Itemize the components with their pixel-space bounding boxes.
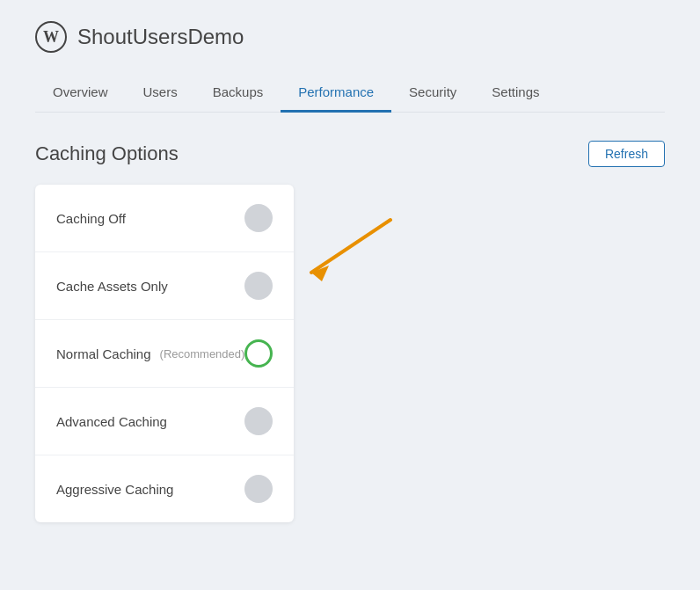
toggle-aggressive-caching[interactable]: [244, 475, 273, 503]
wordpress-logo: W: [35, 21, 67, 53]
options-area: Caching Off Cache Assets Only Normal Cac…: [35, 185, 294, 522]
option-row-aggressive-caching: Aggressive Caching: [35, 455, 294, 522]
tab-backups[interactable]: Backups: [195, 74, 281, 113]
option-row-advanced-caching: Advanced Caching: [35, 388, 294, 455]
toggle-advanced-caching[interactable]: [244, 407, 273, 435]
tab-security[interactable]: Security: [391, 74, 474, 113]
tab-settings[interactable]: Settings: [474, 74, 557, 113]
toggle-cache-assets[interactable]: [244, 272, 273, 300]
option-label-cache-assets: Cache Assets Only: [56, 279, 168, 294]
option-label-normal-caching: Normal Caching (Recommended): [56, 346, 244, 361]
option-row-cache-assets: Cache Assets Only: [35, 252, 294, 320]
svg-line-2: [311, 220, 390, 273]
option-label-advanced-caching: Advanced Caching: [56, 414, 167, 429]
refresh-button[interactable]: Refresh: [588, 141, 665, 167]
svg-marker-3: [311, 266, 329, 281]
arrow-annotation: [285, 211, 408, 294]
tab-performance[interactable]: Performance: [281, 74, 391, 113]
site-title: ShoutUsersDemo: [77, 25, 244, 49]
option-row-normal-caching: Normal Caching (Recommended): [35, 320, 294, 388]
tab-overview[interactable]: Overview: [35, 74, 126, 113]
option-label-aggressive-caching: Aggressive Caching: [56, 482, 173, 497]
toggle-normal-caching[interactable]: [244, 339, 273, 368]
caching-options-card: Caching Off Cache Assets Only Normal Cac…: [35, 185, 294, 522]
site-header: W ShoutUsersDemo: [35, 21, 665, 53]
option-recommended-label: (Recommended): [160, 347, 245, 361]
toggle-caching-off[interactable]: [244, 204, 273, 232]
option-label-caching-off: Caching Off: [56, 211, 126, 226]
option-row-caching-off: Caching Off: [35, 185, 294, 252]
main-nav: Overview Users Backups Performance Secur…: [35, 74, 665, 113]
content-header: Caching Options Refresh: [35, 141, 665, 167]
tab-users[interactable]: Users: [126, 74, 195, 113]
section-title: Caching Options: [35, 142, 179, 165]
svg-text:W: W: [43, 28, 59, 46]
